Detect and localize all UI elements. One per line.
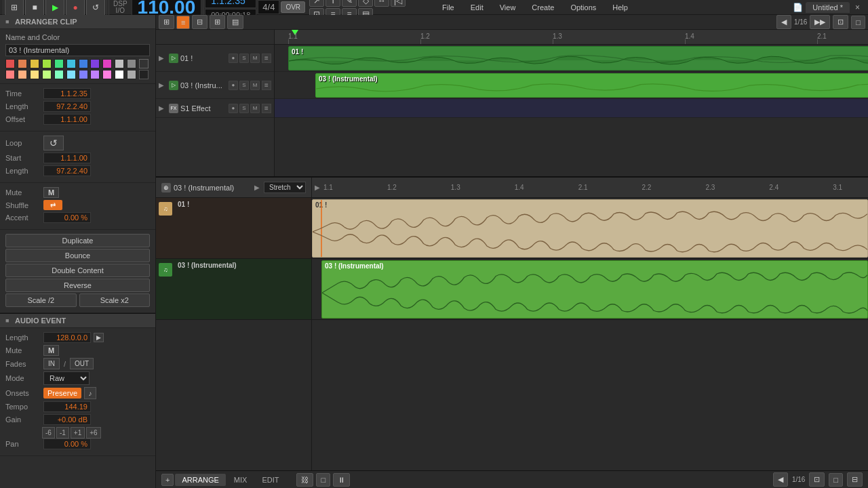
color-swatch-2[interactable]: [30, 59, 39, 68]
time-sig[interactable]: 4/4: [258, 0, 279, 14]
bottom-snap-btn[interactable]: □: [316, 473, 330, 487]
color-swatch-4[interactable]: [54, 59, 64, 68]
mute-btn[interactable]: M: [43, 187, 59, 198]
color-swatch-18[interactable]: [79, 70, 88, 79]
close-window-btn[interactable]: ×: [852, 3, 863, 12]
play-btn[interactable]: ▶: [45, 0, 64, 17]
scale-2x-btn[interactable]: Scale x2: [79, 293, 151, 307]
scroll-left-btn[interactable]: ◀: [776, 15, 791, 29]
collapse-arranger[interactable]: ■: [5, 18, 12, 25]
list-view-btn[interactable]: ≡: [176, 16, 190, 29]
time-value[interactable]: 1.1.2.35: [43, 88, 91, 99]
ovr-btn[interactable]: OVR: [281, 1, 305, 13]
color-swatch-20[interactable]: [102, 70, 112, 79]
track-expand-1[interactable]: ▶: [159, 81, 167, 89]
track-mute-m-0[interactable]: M: [250, 54, 260, 63]
collapse-audio[interactable]: ■: [5, 317, 12, 324]
color-swatch-13[interactable]: [18, 70, 27, 79]
length-value-2[interactable]: 97.2.2.40: [43, 165, 91, 176]
audio-mute-btn[interactable]: M: [43, 345, 59, 356]
color-swatch-15[interactable]: [42, 70, 52, 79]
clip-name-input[interactable]: [5, 44, 150, 56]
color-swatch-16[interactable]: [54, 70, 64, 79]
track-expand-fx[interactable]: ▶: [159, 104, 167, 112]
scale-half-btn[interactable]: Scale /2: [5, 293, 77, 307]
track-menu-0[interactable]: ≡: [262, 54, 271, 63]
bottom-zoom-in-btn[interactable]: □: [829, 473, 843, 487]
menu-help[interactable]: Help: [610, 2, 631, 13]
pan-value[interactable]: 0.00 %: [43, 439, 91, 449]
bottom-zoom-fit-btn[interactable]: ⊡: [809, 472, 825, 487]
tab-arrange[interactable]: ARRANGE: [175, 474, 225, 486]
track-mute-fx[interactable]: S: [239, 104, 249, 113]
zoom-in-btn[interactable]: □: [851, 16, 865, 29]
fade-out-btn[interactable]: OUT: [70, 358, 94, 369]
bottom-prev-btn[interactable]: ◀: [773, 472, 788, 487]
reverse-btn[interactable]: Reverse: [5, 279, 150, 292]
color-swatch-5[interactable]: [66, 59, 76, 68]
onsets-icon-btn[interactable]: ♪: [84, 387, 96, 399]
loop-btn-transport[interactable]: ↺: [86, 0, 105, 17]
gain-mark-pos1[interactable]: +1: [71, 427, 85, 439]
double-content-btn[interactable]: Double Content: [5, 264, 150, 277]
track-solo-1[interactable]: ●: [229, 81, 238, 90]
track-expand-0[interactable]: ▶: [159, 54, 167, 62]
track-menu-1[interactable]: ≡: [262, 81, 271, 90]
bounce-btn[interactable]: Bounce: [5, 249, 150, 262]
color-swatch-8[interactable]: [102, 59, 112, 68]
tempo-value[interactable]: 144.19: [43, 401, 91, 412]
menu-file[interactable]: File: [439, 2, 457, 13]
mode-select[interactable]: Raw Stretch Repitch: [43, 371, 90, 385]
color-swatch-14[interactable]: [30, 70, 39, 79]
group-btn[interactable]: ▤: [227, 15, 243, 29]
bottom-timeline-btn[interactable]: ⏸: [333, 473, 350, 487]
duplicate-btn[interactable]: Duplicate: [5, 234, 150, 247]
audio-clip-1[interactable]: 03 ! (Instrumental): [315, 73, 868, 98]
bottom-add-btn[interactable]: +: [161, 474, 174, 486]
color-swatch-17[interactable]: [66, 70, 76, 79]
waveform-clip-0[interactable]: 01 !: [312, 199, 868, 258]
accent-value[interactable]: 0.00 %: [43, 212, 91, 223]
color-swatch-22[interactable]: [127, 70, 136, 79]
audio-length-value[interactable]: 128.0.0.0: [43, 332, 91, 343]
shuffle-icon[interactable]: ⇄: [43, 200, 62, 210]
rec-btn[interactable]: ●: [66, 0, 85, 17]
fade-in-btn[interactable]: IN: [43, 358, 60, 369]
tab-edit[interactable]: EDIT: [255, 474, 285, 486]
expand-btn[interactable]: ⊞: [210, 15, 225, 29]
offset-value[interactable]: 1.1.1.00: [43, 114, 91, 125]
gain-mark-neg1[interactable]: -1: [56, 427, 69, 439]
cursor-tool[interactable]: ↗: [309, 0, 324, 7]
audio-clip-0[interactable]: 01 !: [288, 46, 868, 70]
color-swatch-11[interactable]: [139, 59, 149, 68]
tab-mix[interactable]: MIX: [227, 474, 254, 486]
loop-toggle-btn[interactable]: ↺: [43, 136, 64, 150]
menu-view[interactable]: View: [497, 2, 519, 13]
text-tool[interactable]: I: [326, 0, 340, 7]
color-swatch-1[interactable]: [18, 59, 27, 68]
stop-btn[interactable]: ■: [25, 0, 44, 17]
track-mute-1[interactable]: S: [239, 81, 249, 90]
track-solo-fx[interactable]: ●: [229, 104, 238, 113]
color-swatch-12[interactable]: [5, 70, 15, 79]
color-swatch-3[interactable]: [42, 59, 52, 68]
track-menu-fx[interactable]: ≡: [262, 104, 271, 113]
scroll-right-btn[interactable]: ▶▶: [810, 15, 830, 29]
gain-value[interactable]: +0.00 dB: [43, 414, 91, 425]
track-mute-0[interactable]: S: [239, 54, 249, 63]
gain-mark-neg6[interactable]: -6: [42, 427, 55, 439]
preserve-btn[interactable]: Preserve: [43, 388, 81, 399]
extend-tool[interactable]: |◁: [391, 0, 406, 7]
waveform-clip-1[interactable]: 03 ! (Instrumental): [321, 260, 868, 319]
color-swatch-9[interactable]: [115, 59, 124, 68]
title-tab[interactable]: Untitled *: [806, 2, 850, 13]
menu-options[interactable]: Options: [568, 2, 599, 13]
eraser-tool[interactable]: ◇: [358, 0, 373, 7]
bottom-zoom-out-btn[interactable]: ⊟: [847, 472, 863, 487]
start-value[interactable]: 1.1.1.00: [43, 152, 91, 163]
color-swatch-23[interactable]: [139, 70, 149, 79]
color-swatch-21[interactable]: [115, 70, 124, 79]
zoom-fit-btn[interactable]: ⊡: [833, 15, 848, 29]
collapse-btn[interactable]: ⊟: [192, 15, 208, 29]
grid-btn[interactable]: ⊞: [5, 0, 24, 17]
